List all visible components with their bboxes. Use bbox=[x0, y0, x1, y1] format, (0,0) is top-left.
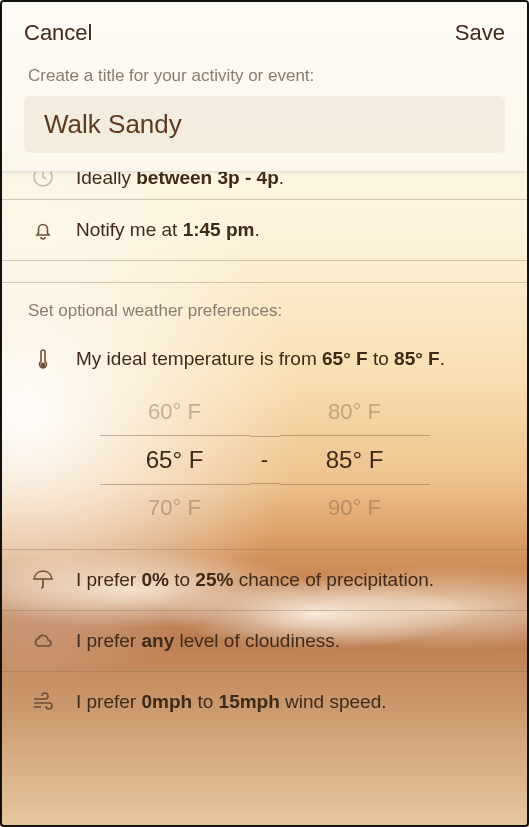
nav-bar: Cancel Save bbox=[24, 14, 505, 66]
wind-icon bbox=[30, 690, 56, 714]
ideal-time-row[interactable]: Ideally between 3p - 4p. bbox=[2, 172, 527, 200]
umbrella-icon bbox=[30, 568, 56, 592]
notify-text: Notify me at 1:45 pm. bbox=[76, 219, 505, 241]
low-temp-prev: 60° F bbox=[100, 399, 250, 425]
header-card: Cancel Save Create a title for your acti… bbox=[2, 2, 527, 172]
temperature-block: My ideal temperature is from 65° F to 85… bbox=[2, 329, 527, 550]
precipitation-text: I prefer 0% to 25% chance of precipitati… bbox=[76, 569, 505, 591]
precipitation-row[interactable]: I prefer 0% to 25% chance of precipitati… bbox=[2, 550, 527, 611]
preferences-list: Ideally between 3p - 4p. Notify me at 1:… bbox=[2, 172, 527, 732]
clock-icon bbox=[30, 172, 56, 189]
section-divider bbox=[2, 261, 527, 283]
cancel-button[interactable]: Cancel bbox=[24, 20, 92, 46]
high-temp-next: 90° F bbox=[280, 495, 430, 521]
svg-point-1 bbox=[41, 363, 44, 366]
temperature-row[interactable]: My ideal temperature is from 65° F to 85… bbox=[2, 329, 527, 389]
temperature-picker[interactable]: 60° F 80° F 65° F - 85° F 70° F 90° F bbox=[100, 399, 430, 521]
high-temp-selected[interactable]: 85° F bbox=[280, 435, 430, 485]
high-temp-prev: 80° F bbox=[280, 399, 430, 425]
notify-row[interactable]: Notify me at 1:45 pm. bbox=[2, 200, 527, 261]
low-temp-next: 70° F bbox=[100, 495, 250, 521]
save-button[interactable]: Save bbox=[455, 20, 505, 46]
activity-title-input[interactable] bbox=[42, 108, 487, 141]
cloudiness-row[interactable]: I prefer any level of cloudiness. bbox=[2, 611, 527, 672]
weather-prefs-label: Set optional weather preferences: bbox=[2, 283, 527, 329]
wind-row[interactable]: I prefer 0mph to 15mph wind speed. bbox=[2, 672, 527, 732]
picker-dash: - bbox=[250, 436, 280, 484]
temperature-text: My ideal temperature is from 65° F to 85… bbox=[76, 348, 505, 370]
cloud-icon bbox=[30, 629, 56, 653]
low-temp-selected[interactable]: 65° F bbox=[100, 435, 250, 485]
title-input-wrap[interactable] bbox=[24, 96, 505, 153]
wind-text: I prefer 0mph to 15mph wind speed. bbox=[76, 691, 505, 713]
thermometer-icon bbox=[30, 347, 56, 371]
title-prompt-label: Create a title for your activity or even… bbox=[28, 66, 505, 86]
cloudiness-text: I prefer any level of cloudiness. bbox=[76, 630, 505, 652]
ideal-time-text: Ideally between 3p - 4p. bbox=[76, 172, 505, 189]
bell-icon bbox=[30, 218, 56, 242]
